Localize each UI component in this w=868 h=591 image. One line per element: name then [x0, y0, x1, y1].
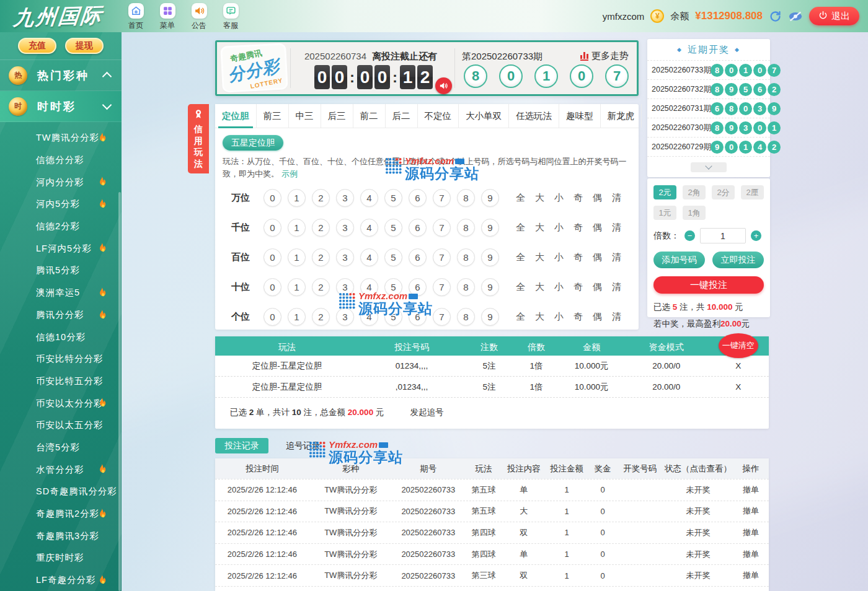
- digit-ball[interactable]: 9: [481, 278, 499, 296]
- quick-action-1[interactable]: 大: [535, 281, 544, 293]
- refresh-balance-icon[interactable]: [769, 10, 782, 23]
- quick-action-3[interactable]: 奇: [574, 281, 583, 293]
- digit-ball[interactable]: 1: [288, 308, 306, 326]
- quick-action-1[interactable]: 大: [535, 311, 544, 323]
- sidebar-item-lottery[interactable]: 奇趣腾讯3分彩: [0, 525, 122, 547]
- cancel-order-button[interactable]: 撤单: [733, 549, 769, 560]
- recharge-button[interactable]: 充值: [18, 38, 56, 54]
- digit-ball[interactable]: 5: [384, 278, 402, 296]
- digit-ball[interactable]: 5: [384, 308, 402, 326]
- digit-ball[interactable]: 3: [336, 219, 354, 237]
- quick-action-3[interactable]: 奇: [574, 311, 583, 323]
- digit-ball[interactable]: 4: [360, 248, 378, 266]
- play-tab-7[interactable]: 大小单双: [459, 104, 509, 128]
- sound-toggle-button[interactable]: [435, 77, 452, 94]
- play-tab-8[interactable]: 任选玩法: [509, 104, 559, 128]
- digit-ball[interactable]: 1: [288, 278, 306, 296]
- digit-ball[interactable]: 5: [384, 219, 402, 237]
- hide-balance-eye-icon[interactable]: [788, 11, 803, 22]
- expand-draws-button[interactable]: [691, 162, 727, 172]
- digit-ball[interactable]: 3: [336, 248, 354, 266]
- digit-ball[interactable]: 0: [264, 278, 281, 296]
- sidebar-section-hot[interactable]: 热热门彩种: [0, 60, 122, 91]
- sidebar-item-lottery[interactable]: SD奇趣腾讯分分彩: [0, 481, 122, 503]
- digit-ball[interactable]: 0: [264, 248, 281, 266]
- digit-ball[interactable]: 7: [433, 219, 451, 237]
- sidebar-item-lottery[interactable]: 澳洲幸运5: [0, 282, 122, 304]
- quick-action-2[interactable]: 小: [554, 222, 564, 234]
- example-link[interactable]: 示例: [281, 169, 298, 178]
- status-link[interactable]: 未开奖: [663, 570, 733, 581]
- play-tab-3[interactable]: 后三: [321, 104, 353, 128]
- quick-action-2[interactable]: 小: [554, 311, 564, 323]
- digit-ball[interactable]: 7: [433, 189, 451, 207]
- quick-action-0[interactable]: 全: [516, 311, 525, 323]
- status-link[interactable]: 未开奖: [663, 506, 733, 517]
- sidebar-item-lottery[interactable]: 币安以太分分彩: [0, 392, 122, 414]
- tab-chase-records[interactable]: 追号记录: [286, 440, 321, 452]
- play-tab-10[interactable]: 新龙虎: [601, 104, 642, 128]
- quick-action-0[interactable]: 全: [516, 281, 525, 293]
- digit-ball[interactable]: 4: [360, 278, 378, 296]
- topnav-item-menu[interactable]: 菜单: [154, 3, 180, 31]
- status-link[interactable]: 未开奖: [663, 527, 733, 538]
- digit-ball[interactable]: 9: [481, 219, 499, 237]
- denomination-button-4[interactable]: 1元: [653, 206, 676, 220]
- digit-ball[interactable]: 9: [481, 248, 499, 266]
- sidebar-item-lottery[interactable]: 币安比特五分彩: [0, 370, 122, 393]
- credit-play-tab[interactable]: 信用玩法: [188, 104, 209, 173]
- digit-ball[interactable]: 7: [433, 308, 451, 326]
- digit-ball[interactable]: 3: [336, 189, 354, 207]
- digit-ball[interactable]: 2: [312, 278, 330, 296]
- digit-ball[interactable]: 2: [312, 308, 330, 326]
- digit-ball[interactable]: 6: [409, 219, 427, 237]
- play-tab-5[interactable]: 后二: [386, 104, 418, 128]
- play-tab-4[interactable]: 前二: [353, 104, 386, 128]
- quick-action-3[interactable]: 奇: [574, 222, 583, 234]
- quick-action-5[interactable]: 清: [612, 252, 621, 263]
- digit-ball[interactable]: 2: [312, 189, 330, 207]
- play-tab-0[interactable]: 定位胆: [215, 104, 257, 128]
- sidebar-item-lottery[interactable]: 河内分分彩: [0, 171, 122, 193]
- sidebar-item-lottery[interactable]: 水管分分彩: [0, 458, 122, 481]
- digit-ball[interactable]: 8: [457, 248, 475, 266]
- quick-action-2[interactable]: 小: [554, 281, 564, 293]
- play-tab-2[interactable]: 中三: [289, 104, 321, 128]
- digit-ball[interactable]: 1: [288, 219, 306, 237]
- play-tab-6[interactable]: 不定位: [418, 104, 459, 128]
- sidebar-item-lottery[interactable]: 腾讯5分彩: [0, 260, 122, 282]
- digit-ball[interactable]: 6: [409, 189, 427, 207]
- digit-ball[interactable]: 6: [409, 278, 427, 296]
- tab-bet-records[interactable]: 投注记录: [215, 438, 268, 453]
- one-click-bet-button[interactable]: 一键投注: [653, 276, 764, 294]
- quick-action-4[interactable]: 偶: [593, 192, 602, 204]
- topnav-item-home[interactable]: 首页: [123, 3, 149, 31]
- digit-ball[interactable]: 8: [457, 189, 475, 207]
- quick-action-4[interactable]: 偶: [593, 252, 602, 263]
- digit-ball[interactable]: 3: [336, 308, 354, 326]
- multiplier-minus-button[interactable]: −: [684, 230, 695, 241]
- sidebar-item-lottery[interactable]: 币安比特分分彩: [0, 348, 122, 370]
- topnav-item-announcement[interactable]: 公告: [186, 3, 212, 31]
- bet-now-button[interactable]: 立即投注: [712, 252, 764, 268]
- quick-action-4[interactable]: 偶: [593, 281, 602, 293]
- digit-ball[interactable]: 0: [264, 189, 281, 207]
- digit-ball[interactable]: 8: [457, 308, 475, 326]
- play-tab-1[interactable]: 前三: [257, 104, 289, 128]
- play-tab-9[interactable]: 趣味型: [559, 104, 601, 128]
- quick-action-5[interactable]: 清: [612, 281, 621, 293]
- quick-action-1[interactable]: 大: [535, 252, 544, 263]
- digit-ball[interactable]: 8: [457, 278, 475, 296]
- multiplier-input[interactable]: [700, 228, 746, 243]
- sidebar-item-lottery[interactable]: 信德分分彩: [0, 149, 122, 172]
- sidebar-item-lottery[interactable]: 信德10分彩: [0, 326, 122, 348]
- digit-ball[interactable]: 6: [409, 248, 427, 266]
- quick-action-0[interactable]: 全: [516, 252, 525, 263]
- sidebar-item-lottery[interactable]: 腾讯分分彩: [0, 304, 122, 326]
- sidebar-item-lottery[interactable]: LF奇趣分分彩: [0, 569, 122, 591]
- sidebar-section-ssc[interactable]: 时时时彩: [0, 91, 122, 122]
- quick-action-0[interactable]: 全: [516, 222, 525, 234]
- quick-action-1[interactable]: 大: [535, 222, 544, 234]
- denomination-button-5[interactable]: 1角: [683, 206, 706, 220]
- digit-ball[interactable]: 4: [360, 189, 378, 207]
